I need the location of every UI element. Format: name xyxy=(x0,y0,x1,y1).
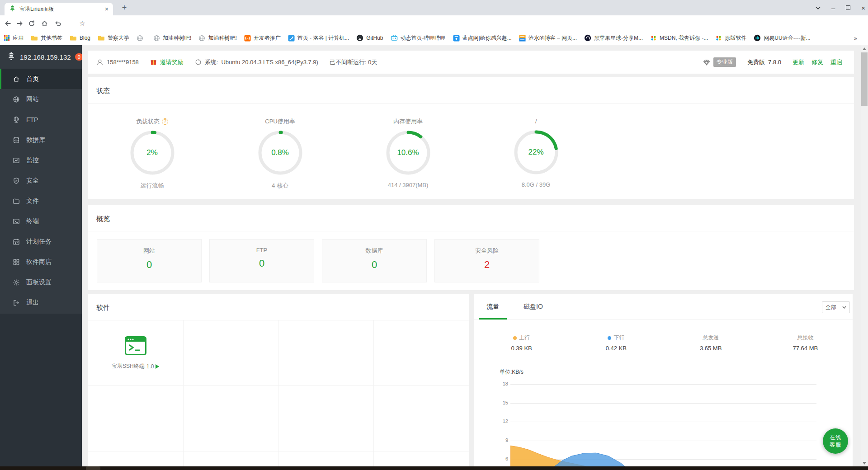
bookmark-luogu[interactable]: 首页 - 洛谷 | 计算机... xyxy=(288,34,349,42)
scrollbar-up-arrow[interactable] xyxy=(863,47,866,50)
sidebar-item-monitor[interactable]: 监控 xyxy=(0,150,82,170)
pro-upgrade[interactable]: 专业版 xyxy=(703,57,736,67)
bookmark-folder-blog[interactable]: Blog xyxy=(70,34,90,42)
forward-icon[interactable] xyxy=(14,19,24,28)
scrollbar-thumb[interactable] xyxy=(861,52,868,106)
bookmark-apps[interactable]: 应用 xyxy=(4,34,24,42)
bookmark-msdn[interactable]: MSDN, 我告诉你 -... xyxy=(650,34,708,42)
sidebar-item-security[interactable]: 安全 xyxy=(0,170,82,191)
sidebar-item-files[interactable]: 文件 xyxy=(0,191,82,211)
reload-icon[interactable] xyxy=(27,19,37,28)
server-ip: 192.168.159.132 xyxy=(20,53,71,61)
folder-icon xyxy=(70,34,77,42)
restart-link[interactable]: 重启 xyxy=(830,58,842,66)
browser-tab-strip: 宝塔Linux面板 × + – × xyxy=(0,0,868,15)
overview-panel: 概览 网站 0 FTP 0 数据库 0 安全风险 2 xyxy=(88,205,854,290)
tab-title: 宝塔Linux面板 xyxy=(19,5,105,13)
version-info: 免费版 7.8.0 xyxy=(747,58,781,66)
bookmark-bilibili[interactable]: 动态首页-哔哩哔哩 xyxy=(391,34,446,42)
window-minimize-button[interactable]: – xyxy=(831,4,835,12)
play-icon[interactable] xyxy=(156,364,159,369)
bookmark-uu[interactable]: 网易UU语音----新... xyxy=(754,34,810,42)
traffic-area-chart xyxy=(510,384,816,466)
new-tab-button[interactable]: + xyxy=(118,2,130,14)
software-empty-cell xyxy=(278,451,374,466)
tab-search-chevron-icon[interactable] xyxy=(816,4,821,12)
help-icon[interactable]: ? xyxy=(162,118,168,125)
card-ftp[interactable]: FTP 0 xyxy=(209,239,314,282)
legend-total-sent: 总发送 3.65 MB xyxy=(664,334,758,352)
card-website[interactable]: 网站 0 xyxy=(97,239,202,282)
bookmarks-bar: 应用 其他书签 Blog 警察大学 加油种树吧! 加油种树吧! 开发者推广 首页… xyxy=(0,31,868,45)
star-icon[interactable]: ☆ xyxy=(77,19,87,28)
sidebar-item-logout[interactable]: 退出 xyxy=(0,292,82,313)
sidebar-item-cron[interactable]: 计划任务 xyxy=(0,231,82,252)
traffic-range-select[interactable]: 全部 xyxy=(822,301,850,313)
shield-check-icon xyxy=(13,177,20,184)
software-empty-cell xyxy=(278,320,374,386)
update-link[interactable]: 更新 xyxy=(793,58,804,66)
window-maximize-button[interactable] xyxy=(846,5,850,10)
user-icon xyxy=(96,59,104,66)
sidebar-item-home[interactable]: 首页 xyxy=(0,69,82,89)
tab-disk-io[interactable]: 磁盘IO xyxy=(516,294,551,320)
bookmark-folder-other[interactable]: 其他书签 xyxy=(31,34,62,42)
globe-icon xyxy=(198,35,205,42)
chart-unit-label: 单位:KB/s xyxy=(500,368,524,376)
bilibili-icon xyxy=(391,34,398,42)
page-scrollbar[interactable] xyxy=(861,45,868,470)
sidebar-item-ftp[interactable]: FTP xyxy=(0,109,82,130)
website-globe-icon xyxy=(13,96,20,103)
software-item-ssh-terminal[interactable]: 宝塔SSH终端 1.0 xyxy=(88,320,184,386)
software-empty-cell xyxy=(374,386,469,451)
bookmarks-overflow-chevron[interactable]: » xyxy=(854,35,857,42)
sidebar-item-settings[interactable]: 面板设置 xyxy=(0,272,82,292)
taskbar-edge-strip xyxy=(0,466,868,470)
bookmark-dev[interactable]: 开发者推广 xyxy=(244,34,281,42)
bookmark-tree2[interactable]: 加油种树吧! xyxy=(198,34,236,42)
sidebar-item-terminal[interactable]: 终端 xyxy=(0,211,82,231)
gift-icon xyxy=(150,59,157,66)
bookmark-globe-only[interactable] xyxy=(137,35,146,42)
home-icon[interactable] xyxy=(39,19,49,28)
repair-link[interactable]: 修复 xyxy=(811,58,823,66)
window-close-button[interactable]: × xyxy=(861,4,865,12)
gauge-cpu: CPU使用率 0.8% 4 核心 xyxy=(216,117,344,190)
card-database[interactable]: 数据库 0 xyxy=(322,239,427,282)
sidebar-item-appstore[interactable]: 软件商店 xyxy=(0,252,82,272)
msdn-itellyou-icon xyxy=(715,35,722,42)
monitor-chart-icon xyxy=(13,157,20,164)
back-icon[interactable] xyxy=(3,19,13,28)
ftp-icon xyxy=(13,116,20,123)
account-link[interactable]: 158****9158 xyxy=(96,59,139,66)
gauge-value: 10.6% xyxy=(386,130,431,175)
tab-close-icon[interactable]: × xyxy=(105,6,108,12)
bookmark-folder-police[interactable]: 警察大学 xyxy=(98,34,129,42)
bookmark-original-soft[interactable]: 原版软件 xyxy=(715,34,746,42)
software-empty-cell xyxy=(184,320,279,386)
invite-reward-link[interactable]: 邀请奖励 xyxy=(150,58,184,66)
card-security-risk[interactable]: 安全风险 2 xyxy=(434,239,539,282)
software-empty-cell xyxy=(184,386,279,451)
tab-traffic[interactable]: 流量 xyxy=(479,294,507,320)
bookmark-cangshui[interactable]: 沧水的博客 – 网页... xyxy=(519,34,577,42)
scrollbar-down-arrow[interactable] xyxy=(863,462,866,465)
undo-arrow-icon[interactable] xyxy=(53,19,63,28)
online-support-button[interactable]: 在线 客服 xyxy=(823,428,848,454)
gear-icon xyxy=(13,279,20,286)
bookmark-landian[interactable]: 蓝点网|给你感兴趣... xyxy=(453,34,512,42)
download-dot-icon xyxy=(608,336,611,340)
status-panel: 状态 负载状态? 2% 运行流畅 CPU使用率 0.8% 4 核心 内存使用率 … xyxy=(88,77,854,199)
dev-orange-icon xyxy=(244,35,251,42)
bookmark-blackapple[interactable]: 黑苹果星球-分享M... xyxy=(584,34,643,42)
gauge-sub: 运行流畅 xyxy=(88,182,216,190)
bookmark-tree1[interactable]: 加油种树吧! xyxy=(153,34,191,42)
globe-icon xyxy=(137,35,143,42)
browser-tab[interactable]: 宝塔Linux面板 × xyxy=(5,3,113,15)
sidebar-item-website[interactable]: 网站 xyxy=(0,89,82,109)
gauge-disk-root: / 22% 8.0G / 39G xyxy=(472,117,600,190)
sidebar-item-database[interactable]: 数据库 xyxy=(0,130,82,150)
software-panel: 软件 宝塔SSH终端 1.0 xyxy=(88,294,469,466)
gauge-value: 22% xyxy=(514,130,559,175)
bookmark-github[interactable]: GitHub xyxy=(356,34,383,42)
